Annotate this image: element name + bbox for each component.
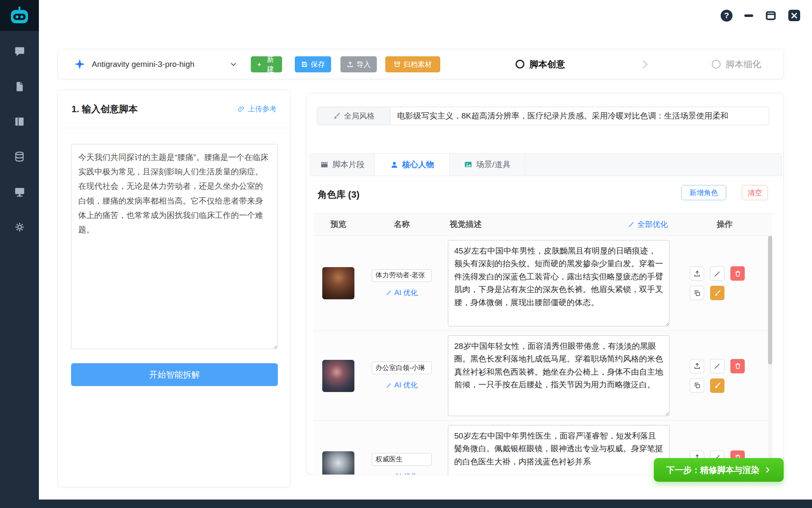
upload-image-button[interactable] (690, 359, 704, 373)
table-body: AI 优化 45岁左右中国中年男性，皮肤黝黑且有明显的日晒痕迹，额头有深刻的抬头… (314, 236, 772, 475)
column-header-preview: 预览 (314, 219, 363, 230)
header-toolbar: Antigravity gemini-3-pro-high 新建 保存 导入 (58, 49, 784, 79)
sidebar-item-documents[interactable] (11, 78, 28, 95)
sidebar-item-workspace[interactable] (11, 183, 28, 200)
scrollbar-thumb[interactable] (768, 236, 772, 364)
ai-optimize-link[interactable]: AI 优化 (386, 380, 418, 390)
sidebar-item-settings[interactable] (11, 218, 28, 235)
character-photo[interactable] (322, 451, 354, 475)
sidebar (0, 31, 39, 508)
robot-icon (8, 4, 31, 27)
image-icon (464, 160, 472, 169)
person-icon (390, 161, 398, 169)
window-controls: ? (721, 0, 800, 31)
character-description-textarea[interactable]: 28岁中国年轻女性，面容清秀但眼带倦意，有淡淡的黑眼圈。黑色长发利落地扎成低马尾… (448, 335, 669, 416)
table-scrollbar[interactable] (768, 236, 772, 474)
optimize-all-link[interactable]: 全部优化 (628, 219, 668, 229)
script-panel-header: 1. 输入创意脚本 上传参考 (58, 90, 290, 128)
upload-icon (694, 362, 701, 370)
upload-icon (694, 270, 701, 277)
brush-icon (333, 112, 340, 120)
step-script-refine[interactable]: 脚本细化 (712, 50, 761, 79)
tab-core-characters[interactable]: 核心人物 (375, 154, 450, 176)
table-header: 预览 名称 视觉描述 全部优化 操作 (314, 213, 772, 236)
book-icon (14, 116, 25, 127)
maximize-icon[interactable] (765, 10, 776, 21)
edit-wand-button[interactable] (710, 266, 724, 281)
help-icon[interactable]: ? (721, 10, 732, 22)
chevron-right-icon (764, 466, 771, 474)
paint-brush-button[interactable] (710, 378, 724, 393)
content-tabs: 脚本片段 核心人物 场景/道具 (310, 153, 782, 176)
sidebar-item-chat[interactable] (11, 43, 28, 60)
wand-icon (386, 474, 392, 475)
new-button[interactable]: 新建 (251, 56, 282, 72)
column-header-actions: 操作 (677, 219, 772, 230)
script-panel-title: 1. 输入创意脚本 (71, 103, 137, 116)
delete-character-button[interactable] (730, 359, 745, 373)
minimize-icon[interactable] (744, 14, 753, 17)
trash-icon (734, 270, 741, 277)
paint-brush-button[interactable] (710, 286, 724, 300)
tab-label: 场景/道具 (476, 159, 510, 170)
save-button[interactable]: 保存 (295, 56, 331, 72)
character-description-textarea[interactable]: 45岁左右中国中年男性，皮肤黝黑且有明显的日晒痕迹，额头有深刻的抬头纹。短而硬的… (448, 240, 669, 326)
tab-label: 核心人物 (402, 159, 434, 170)
script-textarea[interactable]: 今天我们共同探讨的主题是“腰痛”。腰痛是一个在临床实践中极为常见，且深刻影响人们… (71, 144, 278, 349)
copy-character-button[interactable] (690, 286, 704, 300)
plus-icon (257, 61, 262, 68)
chevron-down-icon[interactable] (229, 50, 238, 79)
character-name-input[interactable] (372, 453, 432, 466)
model-selector[interactable]: Antigravity gemini-3-pro-high (92, 50, 195, 79)
table-row: AI 优化 45岁左右中国中年男性，皮肤黝黑且有明显的日晒痕迹，额头有深刻的抬头… (314, 236, 772, 331)
character-table: 预览 名称 视觉描述 全部优化 操作 (314, 213, 772, 475)
app-window: ? (0, 0, 812, 508)
copy-character-button[interactable] (690, 378, 704, 393)
character-name-input[interactable] (372, 269, 432, 282)
upload-image-button[interactable] (690, 266, 704, 281)
app-logo[interactable] (0, 0, 39, 31)
tab-script-fragments[interactable]: 脚本片段 (310, 154, 375, 176)
step-circle-inactive (712, 60, 721, 69)
archive-assets-button[interactable]: 归档素材 (385, 56, 440, 72)
ai-optimize-label: AI 优化 (395, 380, 418, 390)
ai-optimize-label: AI 优化 (395, 472, 418, 475)
copy-icon (694, 290, 701, 297)
step-script-idea[interactable]: 脚本创意 (516, 50, 565, 79)
wand-icon (714, 270, 721, 277)
wand-icon (714, 362, 721, 370)
close-icon[interactable] (788, 10, 800, 21)
copy-icon (694, 382, 701, 389)
next-step-button[interactable]: 下一步：精修脚本与渲染 (654, 458, 784, 482)
character-description-textarea[interactable]: 50岁左右中国中年男性医生，面容严谨睿智，短发利落且鬓角微白。佩戴银框眼镜，眼神… (448, 425, 669, 475)
next-step-label: 下一步：精修脚本与渲染 (667, 464, 760, 476)
sidebar-item-library[interactable] (11, 113, 28, 130)
chevron-right-icon (638, 50, 651, 79)
brush-icon (714, 290, 721, 297)
upload-reference-link[interactable]: 上传参考 (238, 104, 277, 114)
character-name-input[interactable] (372, 362, 432, 374)
brush-icon (714, 382, 721, 389)
global-style-input[interactable] (390, 107, 769, 125)
database-icon (14, 151, 25, 162)
step-label: 脚本创意 (529, 58, 565, 70)
delete-character-button[interactable] (730, 266, 745, 281)
import-button[interactable]: 导入 (340, 56, 377, 72)
start-smart-split-button[interactable]: 开始智能拆解 (71, 363, 278, 386)
character-photo[interactable] (322, 267, 354, 299)
sidebar-item-assets[interactable] (11, 148, 28, 165)
global-style-label-text: 全局风格 (344, 111, 375, 121)
script-input-panel: 1. 输入创意脚本 上传参考 今天我们共同探讨的主题是“腰痛”。腰痛是一个在临床… (58, 90, 291, 487)
ai-optimize-link[interactable]: AI 优化 (386, 288, 418, 298)
column-header-description: 视觉描述 (450, 219, 482, 230)
edit-wand-button[interactable] (710, 359, 724, 373)
tab-scenes-props[interactable]: 场景/道具 (450, 154, 525, 176)
ai-optimize-link[interactable]: AI 优化 (386, 472, 418, 475)
wand-icon (386, 290, 392, 295)
add-character-button[interactable]: 新增角色 (681, 185, 726, 200)
character-photo[interactable] (322, 360, 354, 392)
new-button-label: 新建 (265, 55, 276, 74)
clear-characters-button[interactable]: 清空 (742, 185, 768, 200)
monitor-icon (14, 186, 25, 198)
ai-optimize-label: AI 优化 (395, 288, 418, 298)
